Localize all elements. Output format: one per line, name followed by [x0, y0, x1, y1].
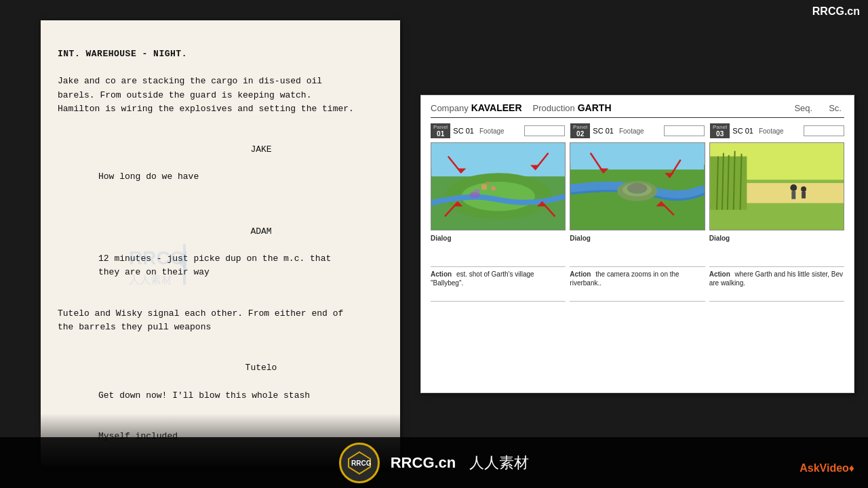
production-label: Production [533, 103, 575, 113]
seq-label: Seq. [794, 103, 812, 113]
storyboard-images-row [431, 142, 844, 230]
askvideo-logo: AskVideo♦ [800, 462, 854, 474]
svg-point-11 [473, 189, 480, 193]
svg-point-42 [801, 186, 806, 192]
action-label-3: Action [709, 270, 730, 278]
screenplay-watermark: RRCG 人人素材 [122, 237, 258, 295]
storyboard-panel: Company KAVALEER Production GARTH Seq. S… [420, 95, 854, 393]
panel-info-3: Panel 03 SC 01 Footage [710, 123, 844, 138]
action-cell-2: Action the camera zooms in on the riverb… [570, 270, 705, 302]
footage-label-2: Footage [619, 127, 644, 135]
panel-num-2: Panel 02 [570, 123, 590, 138]
site-watermark: RRCG.cn [812, 5, 860, 18]
svg-rect-20 [571, 143, 705, 169]
company-label: Company [431, 103, 469, 113]
panel-num-1: Panel 01 [431, 123, 450, 138]
dialog-label-2: Dialog [570, 235, 705, 242]
dialog-label-1: Dialog [431, 235, 566, 242]
character-jake-1: JAKE [139, 143, 383, 157]
svg-point-40 [790, 184, 797, 191]
svg-rect-41 [791, 191, 795, 199]
dialog-content-2 [570, 243, 705, 267]
svg-text:RRCG: RRCG [351, 460, 372, 467]
storyboard-header: Company KAVALEER Production GARTH Seq. S… [431, 102, 844, 118]
rrcg-text: RRCG.cn [391, 454, 456, 472]
action-label-1: Action [431, 270, 452, 278]
screenplay-panel: INT. WAREHOUSE - NIGHT. Jake and co are … [41, 20, 400, 468]
action-2: Tutelo and Wisky signal each other. From… [58, 307, 383, 334]
sc-2: SC 01 [593, 127, 614, 135]
svg-point-24 [627, 183, 648, 194]
company-value: KAVALEER [471, 102, 522, 113]
dialog-cell-1: Dialog [431, 235, 566, 267]
scene-heading: INT. WAREHOUSE - NIGHT. [58, 49, 187, 59]
action-cell-1: Action est. shot of Garth's village "Bal… [431, 270, 566, 302]
dialog-cell-3: Dialog [709, 235, 844, 267]
dialog-content-3 [709, 243, 844, 267]
action-label-2: Action [570, 270, 591, 278]
chinese-brand-text: 人人素材 [469, 453, 529, 473]
sc-1: SC 01 [453, 127, 474, 135]
footage-box-3 [804, 125, 844, 136]
storyboard-image-3 [709, 142, 844, 230]
sc-label: Sc. [829, 103, 842, 113]
dialogue-tutelo-1: Get down now! I'll blow this whole stash [98, 389, 342, 403]
panels-info-row: Panel 01 SC 01 Footage Panel 02 SC 01 Fo… [431, 123, 844, 138]
rrcg-logo-circle: RRCG [339, 443, 380, 483]
footage-label-1: Footage [479, 127, 505, 135]
storyboard-image-2 [570, 142, 705, 230]
action-cell-3: Action where Garth and his little sister… [709, 270, 844, 302]
svg-text:人人素材: 人人素材 [129, 274, 172, 285]
footage-box-2 [664, 125, 705, 136]
storyboard-image-1 [431, 142, 566, 230]
svg-text:RRCG: RRCG [129, 247, 184, 268]
panel-info-1: Panel 01 SC 01 Footage [431, 123, 565, 138]
action-row: Action est. shot of Garth's village "Bal… [431, 270, 844, 302]
dialog-row: Dialog Dialog Dialog [431, 235, 844, 267]
dialog-content-1 [431, 243, 566, 267]
sc-3: SC 01 [732, 127, 753, 135]
panel-num-3: Panel 03 [710, 123, 730, 138]
character-tutelo: Tutelo [139, 361, 383, 375]
production-value: GARTH [578, 102, 612, 113]
svg-rect-8 [492, 186, 496, 190]
dialogue-jake-1: How long do we have [98, 170, 342, 184]
svg-rect-43 [802, 192, 806, 199]
svg-rect-7 [481, 184, 487, 190]
bottom-branding-bar: RRCG RRCG.cn 人人素材 AskVideo♦ [0, 437, 868, 488]
footage-box-1 [524, 125, 565, 136]
dialog-label-3: Dialog [709, 235, 844, 242]
panel-info-2: Panel 02 SC 01 Footage [570, 123, 705, 138]
svg-rect-9 [486, 182, 490, 185]
dialog-cell-2: Dialog [570, 235, 705, 267]
action-1: Jake and co are stacking the cargo in di… [58, 75, 383, 115]
footage-label-3: Footage [759, 127, 784, 135]
